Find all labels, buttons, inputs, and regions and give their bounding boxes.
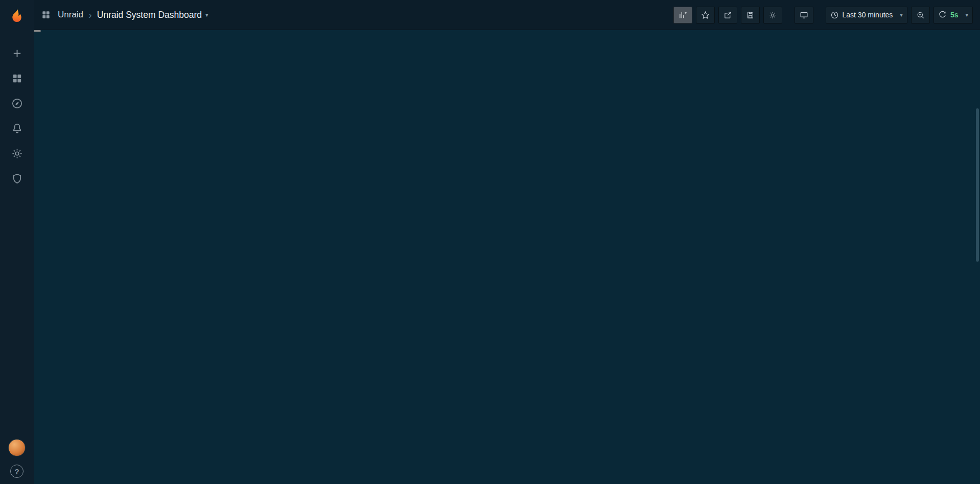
page-scrollbar-thumb[interactable] bbox=[976, 108, 979, 262]
zoom-out-button[interactable] bbox=[911, 7, 930, 24]
grafana-logo-icon[interactable] bbox=[1, 0, 33, 32]
explore-compass-icon[interactable] bbox=[10, 96, 24, 110]
top-navbar: Unraid › Unraid System Dashboard ▾ Last … bbox=[34, 0, 980, 30]
breadcrumb-separator: › bbox=[88, 9, 92, 21]
grafana-app: ? Unraid › Unraid System Dashboard ▾ bbox=[0, 0, 980, 484]
nav-actions: Last 30 minutes ▾ 5s ▾ bbox=[673, 7, 973, 24]
dashboard-settings-button[interactable] bbox=[763, 7, 782, 24]
caret-down-icon: ▾ bbox=[965, 12, 968, 18]
server-admin-shield-icon[interactable] bbox=[10, 171, 24, 186]
sidebar: ? bbox=[0, 0, 34, 484]
apps-grid-icon[interactable] bbox=[41, 10, 51, 20]
time-range-picker[interactable]: Last 30 minutes ▾ bbox=[826, 7, 907, 24]
save-button[interactable] bbox=[741, 7, 760, 24]
refresh-button[interactable]: 5s ▾ bbox=[934, 7, 973, 24]
refresh-interval-label: 5s bbox=[950, 11, 959, 19]
help-icon[interactable]: ? bbox=[10, 465, 24, 478]
configuration-gear-icon[interactable] bbox=[10, 146, 24, 160]
time-range-label: Last 30 minutes bbox=[843, 11, 893, 19]
dashboards-icon[interactable] bbox=[10, 71, 24, 85]
alerting-bell-icon[interactable] bbox=[10, 121, 24, 135]
cycle-view-monitor-button[interactable] bbox=[795, 7, 813, 24]
breadcrumb-app[interactable]: Unraid bbox=[58, 10, 83, 20]
dashboard-title[interactable]: Unraid System Dashboard bbox=[97, 10, 202, 20]
plus-icon[interactable] bbox=[10, 46, 24, 60]
share-button[interactable] bbox=[718, 7, 737, 24]
star-button[interactable] bbox=[696, 7, 715, 24]
add-panel-button[interactable] bbox=[673, 7, 692, 24]
dashboard-canvas: kWh Price 0.65▾ Currency kr▾ UPS Max Out… bbox=[34, 30, 41, 32]
caret-down-icon[interactable]: ▾ bbox=[205, 12, 208, 18]
caret-down-icon: ▾ bbox=[900, 12, 903, 18]
user-avatar[interactable] bbox=[8, 439, 26, 456]
